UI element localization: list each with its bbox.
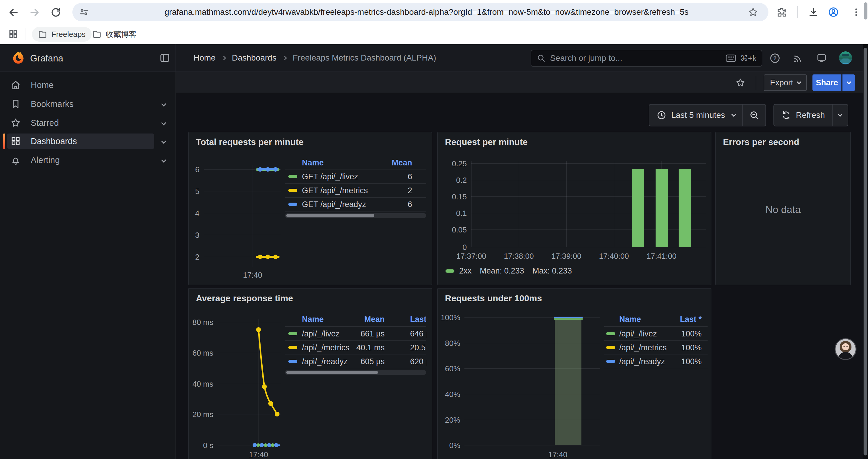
series-line-readyz <box>554 317 583 318</box>
breadcrumb-home[interactable]: Home <box>193 53 216 63</box>
refresh-label: Refresh <box>796 110 825 120</box>
sidebar-item-dashboards[interactable]: Dashboards <box>7 133 154 149</box>
legend-pill[interactable] <box>288 360 297 363</box>
sidebar-item-label: Home <box>31 80 54 90</box>
bar-2xx[interactable] <box>656 169 668 247</box>
address-bar[interactable]: grafana.mathmast.com/d/deytv4rwavabkb/fr… <box>72 3 769 21</box>
legend-pill[interactable] <box>288 203 297 206</box>
site-settings-icon[interactable] <box>79 7 89 17</box>
chevron-down-icon[interactable] <box>161 158 166 163</box>
zoom-out-button[interactable] <box>743 104 766 126</box>
table-header-mean[interactable]: Mean <box>368 158 412 167</box>
table-row-name[interactable]: /api/_/livez <box>302 329 340 338</box>
brand-name[interactable]: Grafana <box>30 53 63 64</box>
table-row-name[interactable]: GET /api/_/livez <box>302 172 358 182</box>
user-avatar[interactable] <box>839 52 852 64</box>
search-input[interactable]: Search or jump to... ⌘+k <box>531 50 762 67</box>
refresh-button[interactable]: Refresh <box>774 104 832 126</box>
url-text[interactable]: grafana.mathmast.com/d/deytv4rwavabkb/fr… <box>164 3 809 21</box>
bookmarks-divider <box>25 28 25 40</box>
panel-request-per-minute[interactable]: Request per minute <box>437 132 711 285</box>
table-header-last[interactable]: Last * <box>657 315 702 324</box>
bookmark-item-blogs[interactable]: 收藏博客 <box>86 27 143 42</box>
data-point <box>273 167 278 172</box>
home-icon <box>10 79 21 91</box>
table-row-last: 100% <box>657 329 702 338</box>
panel-errors-per-second[interactable]: Errors per second No data <box>715 132 851 285</box>
panel-title[interactable]: Requests under 100ms <box>445 293 542 303</box>
y-tick: 3 <box>183 231 199 240</box>
apps-grid-icon[interactable] <box>8 29 18 39</box>
page-scrollbar-thumb[interactable] <box>864 48 867 455</box>
table-row-mean: 6 <box>368 172 412 182</box>
table-row-mean: 605 µs <box>340 357 385 366</box>
favorite-star-icon[interactable] <box>735 77 746 88</box>
table-row-name[interactable]: GET /api/_/readyz <box>302 200 366 209</box>
chevron-down-icon[interactable] <box>161 121 166 126</box>
clock-icon <box>656 110 666 120</box>
x-tick: 17:40 <box>247 450 270 459</box>
bookmark-icon <box>10 98 21 109</box>
table-header-name[interactable]: Name <box>302 315 324 324</box>
legend-pill[interactable] <box>288 332 297 335</box>
help-icon[interactable]: ? <box>769 53 780 64</box>
grafana-logo[interactable] <box>11 51 25 65</box>
panel-title[interactable]: Errors per second <box>723 137 799 147</box>
profile-icon[interactable] <box>828 6 839 18</box>
table-scrollbar-thumb[interactable] <box>286 371 378 374</box>
table-row-last: 620 µs <box>410 357 426 366</box>
monitor-icon[interactable] <box>816 53 827 64</box>
export-button[interactable]: Export <box>764 74 807 91</box>
table-header-last[interactable]: Last * <box>410 315 426 324</box>
time-range-picker[interactable]: Last 5 minutes <box>649 104 742 126</box>
svg-text:?: ? <box>773 55 777 61</box>
table-header-mean[interactable]: Mean <box>340 315 385 324</box>
download-icon[interactable] <box>808 6 819 18</box>
panel-title[interactable]: Request per minute <box>445 137 528 147</box>
x-tick: 17:41:00 <box>642 252 681 261</box>
reload-icon[interactable] <box>50 7 61 18</box>
news-icon[interactable] <box>793 53 804 64</box>
browser-menu-icon[interactable] <box>851 6 862 18</box>
bar-2xx[interactable] <box>632 169 644 247</box>
sidebar-item-home[interactable]: Home <box>7 77 154 93</box>
table-header-name[interactable]: Name <box>302 158 324 167</box>
chevron-down-icon <box>838 112 843 117</box>
chart-legend[interactable]: 2xx Mean: 0.233 Max: 0.233 <box>445 266 572 275</box>
legend-pill[interactable] <box>606 332 615 335</box>
extensions-icon[interactable] <box>776 7 787 18</box>
table-row-last: 20.5 ms <box>410 343 426 352</box>
panel-title[interactable]: Total requests per minute <box>196 137 304 147</box>
bar-2xx[interactable] <box>679 169 691 247</box>
forward-icon[interactable] <box>29 7 40 18</box>
grafana-header-left: Grafana <box>0 44 176 71</box>
legend-pill[interactable] <box>606 346 615 349</box>
no-data-message: No data <box>716 204 850 215</box>
share-button[interactable]: Share <box>812 74 841 91</box>
table-header-name[interactable]: Name <box>619 315 641 324</box>
bell-icon <box>10 155 21 166</box>
browser-scrollbar-thumb[interactable] <box>864 2 867 20</box>
chevron-down-icon[interactable] <box>161 102 166 107</box>
legend-pill[interactable] <box>288 189 297 192</box>
assistant-avatar[interactable] <box>836 339 856 359</box>
sidebar-item-alerting[interactable]: Alerting <box>7 153 154 168</box>
refresh-interval-button[interactable] <box>833 104 848 126</box>
sidebar-item-starred[interactable]: Starred <box>7 115 154 131</box>
legend-pill[interactable] <box>606 360 615 363</box>
table-scrollbar-thumb[interactable] <box>286 214 374 218</box>
legend-pill[interactable] <box>288 346 297 349</box>
back-icon[interactable] <box>8 7 19 18</box>
y-tick: 2 <box>183 253 199 262</box>
table-row-name[interactable]: GET /api/_/metrics <box>302 186 368 195</box>
table-row-name[interactable]: /api/_/livez <box>619 329 657 338</box>
sidebar-toggle-icon[interactable] <box>159 52 171 64</box>
area-fill-under-100ms[interactable] <box>555 319 582 445</box>
share-menu-button[interactable] <box>842 74 855 91</box>
chevron-down-icon[interactable] <box>161 139 166 144</box>
legend-pill[interactable] <box>288 175 297 178</box>
bookmark-star-icon[interactable] <box>748 7 758 18</box>
sidebar-item-bookmarks[interactable]: Bookmarks <box>7 96 154 112</box>
bookmark-item-freeleaps[interactable]: Freeleaps <box>32 27 92 42</box>
breadcrumb-dashboards[interactable]: Dashboards <box>232 53 277 63</box>
